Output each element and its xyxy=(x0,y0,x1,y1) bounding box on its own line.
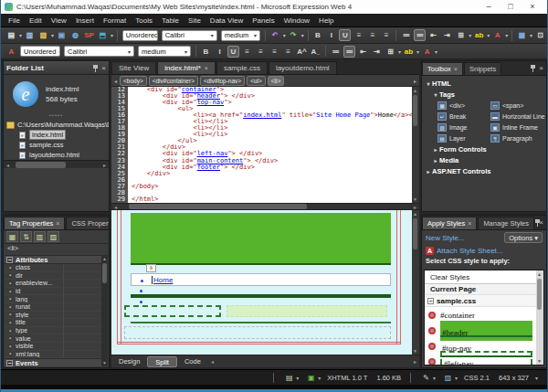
close-panel-icon[interactable]: × xyxy=(539,218,543,227)
tree-expanded-icon[interactable]: ▾ xyxy=(432,91,439,98)
section-header-events[interactable]: −Events xyxy=(5,358,101,366)
toolbox-item-horizontal-line-icon[interactable]: ▬Horizontal Line xyxy=(490,111,547,122)
dropdown-caret-icon[interactable]: ▾ xyxy=(505,32,508,38)
close-panel-icon[interactable]: × xyxy=(539,64,543,72)
toolbox-item-layer-icon[interactable]: ▤Layer xyxy=(437,132,490,143)
style-list-vscrollbar[interactable]: ▲ ▼ xyxy=(536,270,543,365)
collapse-icon[interactable]: − xyxy=(6,360,13,366)
property-value-cell[interactable] xyxy=(63,288,101,295)
new-window-icon[interactable]: ▥ xyxy=(24,29,36,41)
property-value-cell[interactable] xyxy=(63,343,101,350)
menu-data-view[interactable]: Data View xyxy=(206,14,248,27)
quick-tag-4[interactable]: <li> xyxy=(268,76,284,86)
increase-indent-icon-2[interactable]: ⇥ xyxy=(371,46,383,58)
design-footer-div[interactable] xyxy=(124,326,391,339)
tab-snippets[interactable]: Snippets xyxy=(464,62,501,75)
tab-manage-styles[interactable]: Manage Styles xyxy=(478,217,534,229)
align-justify-icon[interactable]: ≡ xyxy=(282,46,294,58)
view-mode-code[interactable]: Code xyxy=(177,356,208,367)
property-row[interactable]: ▪lang xyxy=(5,295,101,303)
design-vscrollbar[interactable]: ▲ ▼ xyxy=(412,210,419,355)
numbered-list-icon-2[interactable]: ≔ xyxy=(330,46,342,58)
scroll-left-icon[interactable]: ◂ xyxy=(208,358,216,365)
file-item[interactable]: eindex.html xyxy=(4,130,109,140)
document-tab-site-view[interactable]: Site View xyxy=(111,61,156,74)
font-size-select-2[interactable]: medium▾ xyxy=(138,46,191,57)
bold-icon[interactable]: B xyxy=(311,29,323,41)
bold-icon-2[interactable]: B xyxy=(200,46,212,58)
align-left-icon[interactable]: ≡ xyxy=(353,29,364,41)
decrease-indent-icon-2[interactable]: ⇤ xyxy=(357,46,369,58)
dropdown-caret-icon[interactable]: ▾ xyxy=(283,32,286,38)
align-left-icon-2[interactable]: ≡ xyxy=(241,46,253,58)
close-tab-icon[interactable]: × xyxy=(468,220,471,227)
highlight-icon-2[interactable]: ab xyxy=(403,46,415,58)
bullet-list-icon-2[interactable]: ≕ xyxy=(343,46,355,58)
toolbox-item-break-icon[interactable]: ↵Break xyxy=(437,111,490,122)
open-folder-icon[interactable]: ▨ xyxy=(37,29,49,41)
design-view[interactable]: li Home ▲ ▼ xyxy=(111,210,419,355)
code-text[interactable]: </div> xyxy=(128,171,170,177)
design-nav-list[interactable]: Home xyxy=(131,273,391,286)
align-center-icon[interactable]: ≡ xyxy=(366,29,378,41)
bullet-list-icon[interactable]: ≕ xyxy=(414,29,426,41)
property-row[interactable]: ▪visible xyxy=(5,343,101,351)
pin-icon[interactable] xyxy=(535,218,536,227)
list-style-select[interactable]: Unordered List▾ xyxy=(122,30,158,41)
save-icon[interactable]: ▣ xyxy=(56,29,68,41)
property-row[interactable]: ▪class xyxy=(5,264,101,272)
menu-table[interactable]: Table xyxy=(157,14,184,27)
scroll-up-icon[interactable]: ▲ xyxy=(536,271,543,277)
attach-style-sheet-link[interactable]: Attach Style Sheet... xyxy=(437,247,502,255)
toolbox-item-paragraph-icon[interactable]: ¶Paragraph xyxy=(490,132,547,143)
new-style-link[interactable]: New Style... xyxy=(426,234,465,242)
property-value-cell[interactable] xyxy=(63,303,101,311)
list-style-select-2[interactable]: Unordered▾ xyxy=(20,46,60,57)
compatibility-icon[interactable]: ▣ xyxy=(306,373,316,383)
quick-tag-1[interactable]: <div#container> xyxy=(149,76,198,86)
style-item-left-nav[interactable]: #left-nav xyxy=(425,354,536,366)
preview-browser-icon[interactable]: ◍ xyxy=(69,29,81,41)
folder-list-hscrollbar[interactable]: ◂ ▸ xyxy=(4,160,109,168)
design-home-link[interactable]: Home xyxy=(152,276,173,284)
align-right-icon-2[interactable]: ≡ xyxy=(269,46,280,58)
close-panel-icon[interactable]: × xyxy=(101,64,106,72)
property-value-cell[interactable] xyxy=(63,319,101,326)
code-vscrollbar[interactable]: ▲ ▼ xyxy=(412,87,419,203)
view-mode-design[interactable]: Design xyxy=(111,356,147,367)
menu-help[interactable]: Help xyxy=(314,14,338,27)
scroll-right-icon[interactable]: ▸ xyxy=(100,162,109,168)
menu-file[interactable]: File xyxy=(4,14,25,27)
dropdown-caret-icon[interactable]: ▾ xyxy=(433,375,436,381)
li-tag-badge[interactable]: li xyxy=(146,264,156,272)
view-mode-split[interactable]: Split xyxy=(147,356,177,367)
menu-tools[interactable]: Tools xyxy=(131,14,157,27)
toolbox-node-html[interactable]: ▾HTML xyxy=(425,78,546,89)
property-value-cell[interactable] xyxy=(63,312,101,319)
property-row[interactable]: ▪style xyxy=(5,312,101,320)
dropdown-caret-icon[interactable]: ▾ xyxy=(398,48,401,55)
property-row[interactable]: ▪id xyxy=(5,288,101,296)
scroll-down-icon[interactable]: ▼ xyxy=(101,360,108,366)
toolbox-item-div-tag-icon[interactable]: ▦<div> xyxy=(437,100,490,111)
toolbox-node-form-controls[interactable]: ▸Form Controls xyxy=(425,143,546,154)
superscript-icon[interactable]: A^ xyxy=(296,46,308,58)
pin-icon[interactable] xyxy=(531,64,536,72)
file-item[interactable]: elayoutdemo.html xyxy=(4,150,109,160)
code-hscrollbar[interactable]: ◂ ▸ xyxy=(111,203,419,210)
scroll-right-icon[interactable]: ▸ xyxy=(411,358,419,365)
tab-css-properties[interactable]: CSS Properties xyxy=(66,217,110,229)
property-value-cell[interactable] xyxy=(63,334,101,342)
tab-tag-properties[interactable]: Tag Properties× xyxy=(4,217,65,229)
close-tab-icon[interactable]: × xyxy=(454,66,458,72)
borders-icon[interactable]: ⊞ xyxy=(455,29,467,41)
property-row[interactable]: ▪enableview... xyxy=(5,280,101,288)
style-application-mode-icon[interactable]: ✎ xyxy=(421,373,431,383)
code-text[interactable]: </html> xyxy=(128,196,159,203)
font-family-select-2[interactable]: Calibri▾ xyxy=(64,46,134,57)
property-value-cell[interactable] xyxy=(63,280,101,287)
maximize-button[interactable]: □ xyxy=(500,0,522,14)
font-size-select[interactable]: medium▾ xyxy=(221,30,260,41)
summary-view-icon[interactable]: ▨ xyxy=(47,231,59,242)
stylesheet-group[interactable]: −sample.css xyxy=(425,295,536,307)
